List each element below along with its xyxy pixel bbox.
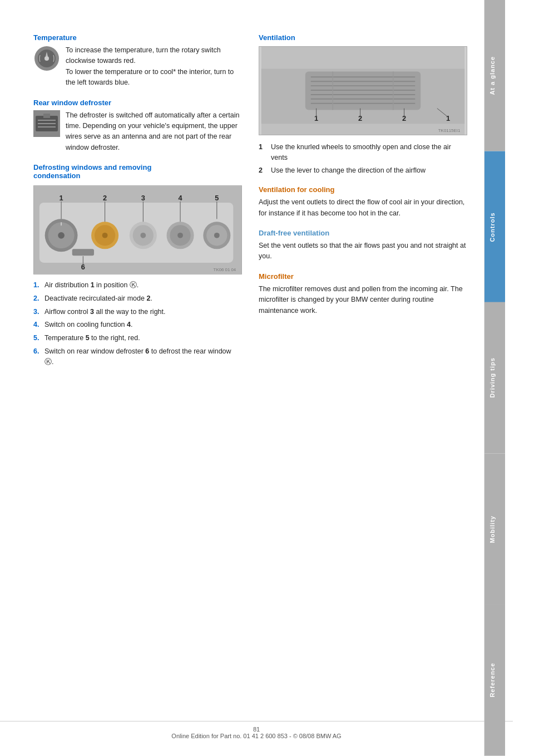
ventilation-section: Ventilation xyxy=(259,33,467,175)
step-6: 6. Switch on rear window defroster 6 to … xyxy=(33,346,242,367)
step-3: 3. Airflow control 3 all the way to the … xyxy=(33,307,242,317)
svg-point-26 xyxy=(214,233,220,238)
sidebar-tab-reference[interactable]: Reference xyxy=(484,605,505,756)
right-column: Ventilation xyxy=(259,33,467,377)
draft-free-title: Draft-free ventilation xyxy=(259,229,467,237)
step-2: 2. Deactivate recirculated-air mode 2. xyxy=(33,293,242,304)
svg-point-23 xyxy=(177,233,183,238)
svg-text:5: 5 xyxy=(215,194,219,202)
svg-text:2: 2 xyxy=(103,194,107,202)
microfilter-title: Microfilter xyxy=(259,272,467,281)
sidebar-tab-controls[interactable]: Controls xyxy=(484,151,505,303)
step-1: 1. Air distribution 1 in position Ⓚ. xyxy=(33,280,242,291)
defrosting-section: Defrosting windows and removingcondensat… xyxy=(33,163,242,367)
microfilter-body: The microfilter removes dust and pollen … xyxy=(259,284,467,316)
defroster-icon xyxy=(33,110,60,137)
vent-item-1: 1 Use the knurled wheels to smoothly ope… xyxy=(259,142,467,163)
svg-point-2 xyxy=(44,56,49,61)
temperature-body: To increase the temperature, turn the ro… xyxy=(66,45,242,89)
vent-diagram: 1 2 2 1 TK0115EI1 xyxy=(259,46,467,135)
vent-svg: 1 2 2 1 TK0115EI1 xyxy=(259,47,467,135)
page-number: 81 xyxy=(253,726,260,733)
sidebar-tab-driving-tips[interactable]: Driving tips xyxy=(484,302,505,454)
svg-text:4: 4 xyxy=(179,194,183,202)
ventilation-title: Ventilation xyxy=(259,33,467,42)
step-4: 4. Switch on cooling function 4. xyxy=(33,320,242,330)
left-column: Temperature To increase the tempe xyxy=(33,33,242,377)
svg-point-20 xyxy=(140,233,146,238)
svg-text:1: 1 xyxy=(446,114,450,122)
svg-rect-39 xyxy=(72,249,94,256)
svg-rect-8 xyxy=(43,114,50,118)
defrosting-title: Defrosting windows and removingcondensat… xyxy=(33,163,242,180)
rear-window-title: Rear window defroster xyxy=(33,99,242,107)
footer-text: Online Edition for Part no. 01 41 2 600 … xyxy=(171,733,341,739)
temperature-section: Temperature To increase the tempe xyxy=(33,33,242,89)
ventilation-items: 1 Use the knurled wheels to smoothly ope… xyxy=(259,142,467,175)
svg-point-17 xyxy=(102,233,108,238)
sidebar-tab-at-a-glance[interactable]: At a glance xyxy=(484,0,505,151)
microfilter-section: Microfilter The microfilter removes dust… xyxy=(259,272,467,316)
vent-item-2: 2 Use the lever to change the direction … xyxy=(259,165,467,176)
ventilation-cooling-title: Ventilation for cooling xyxy=(259,185,467,194)
panel-svg: 1 2 3 4 5 6 xyxy=(34,186,241,274)
draft-free-section: Draft-free ventilation Set the vent outl… xyxy=(259,229,467,262)
draft-free-body: Set the vent outlets so that the air flo… xyxy=(259,240,467,262)
svg-text:1: 1 xyxy=(60,194,63,202)
rear-window-body: The defroster is switched off automatica… xyxy=(66,110,242,154)
defrosting-steps: 1. Air distribution 1 in position Ⓚ. 2. … xyxy=(33,280,242,367)
step-5: 5. Temperature 5 to the right, red. xyxy=(33,333,242,343)
sidebar-tab-mobility[interactable]: Mobility xyxy=(484,454,505,605)
ventilation-cooling-body: Adjust the vent outlets to direct the fl… xyxy=(259,197,467,219)
rear-window-section: Rear window defroster The defrost xyxy=(33,99,242,154)
sidebar: At a glance Controls Driving tips Mobili… xyxy=(484,0,505,756)
ventilation-cooling-section: Ventilation for cooling Adjust the vent … xyxy=(259,185,467,219)
temperature-title: Temperature xyxy=(33,33,242,42)
svg-point-13 xyxy=(58,232,65,239)
temperature-icon xyxy=(33,45,60,72)
svg-text:TK06 01 04: TK06 01 04 xyxy=(214,267,236,272)
svg-text:TK0115EI1: TK0115EI1 xyxy=(438,128,460,133)
svg-text:3: 3 xyxy=(141,194,145,202)
panel-diagram: 1 2 3 4 5 6 xyxy=(33,185,242,274)
page-footer: 81 Online Edition for Part no. 01 41 2 6… xyxy=(0,721,513,739)
